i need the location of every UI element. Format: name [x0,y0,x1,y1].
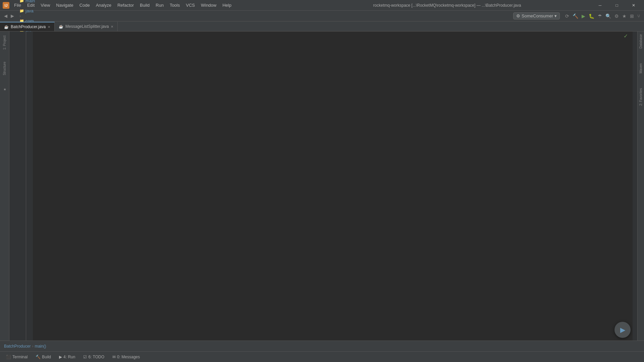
line-numbers [9,32,26,341]
sidebar-structure-icon[interactable]: Structure [1,60,8,77]
left-sidebar: 1: Project Structure ★ [0,32,9,341]
tool-icon-2: ▶ [59,355,62,359]
tool-label-0: Terminal [12,355,28,359]
run-config-dropdown-icon: ▾ [554,13,557,18]
window-title: rocketmq-workspace [...\RocketMQ\rocketm… [302,3,592,8]
tabs-bar: ☕BatchProducer.java✕☕MessageListSplitter… [0,21,644,32]
tool-window-4:-run[interactable]: ▶4: Run [56,353,78,361]
tab-0[interactable]: ☕BatchProducer.java✕ [0,22,55,31]
code-container [9,32,637,341]
breadcrumb-sep-icon: › [32,344,33,349]
menu-navigate[interactable]: Navigate [53,2,76,8]
main-layout: 1: Project Structure ★ ✓ ▶ Database Mave… [0,32,644,341]
vcs-icon[interactable]: ⑂ [636,13,641,19]
sidebar-favorites-icon[interactable]: ★ [1,86,8,93]
build-icon[interactable]: 🔨 [571,13,580,19]
nav-back[interactable]: ◀ [3,13,9,19]
breadcrumb-folder-icon-3: 📁 [19,9,24,13]
run-config-icon: ⚙ [516,13,520,18]
title-bar: IJ FileEditViewNavigateCodeAnalyzeRefact… [0,0,644,11]
menu-window[interactable]: Window [198,2,219,8]
tool-window-0:-messages[interactable]: ✉0: Messages [109,353,143,361]
maximize-button[interactable]: □ [609,1,625,10]
breadcrumb-bar: ◀ ▶ 🔶 rocketmq-test › 📁 src › 📁 main › 📁… [0,11,644,21]
app-logo: IJ [3,2,9,9]
tool-icon-4: ✉ [112,355,116,359]
menu-analyze[interactable]: Analyze [93,2,114,8]
tab-close-1[interactable]: ✕ [111,25,113,28]
minimize-button[interactable]: ─ [592,1,608,10]
breadcrumb-sep-4: › [19,13,21,18]
coverage-icon[interactable]: ☂ [596,13,603,19]
breadcrumb-item-java[interactable]: 📁 java [19,8,54,13]
checkmark-icon: ✓ [624,33,628,39]
menu-build[interactable]: Build [137,2,152,8]
toolbar-icons: ⟳ 🔨 ▶ 🐛 ☂ 🔍 ⚙ ★ ⊞ ⑂ [564,13,641,19]
gutter [26,32,33,341]
sidebar-maven-label[interactable]: Maven [639,63,643,73]
tab-icon-0: ☕ [4,25,9,29]
sidebar-project-icon[interactable]: 1: Project [1,34,8,51]
right-sidebar: Database Maven 2: Favorites [637,32,644,341]
tab-close-0[interactable]: ✕ [48,25,50,29]
tab-label-0: BatchProducer.java [11,24,46,29]
scrollbar[interactable] [633,32,637,341]
editor-area[interactable]: ✓ ▶ [9,32,637,341]
debug-icon[interactable]: 🐛 [587,13,596,19]
bottom-bar: BatchProducer › main() [0,341,644,351]
search-icon[interactable]: 🔍 [604,13,612,19]
breadcrumb-item-main[interactable]: 📁 main [19,0,54,3]
tool-window-terminal[interactable]: ⬛Terminal [3,353,31,361]
tab-icon-1: ☕ [59,24,63,29]
menu-refactor[interactable]: Refactor [115,2,137,8]
bookmark-icon[interactable]: ★ [621,13,628,19]
run-config-label: SomeConsumer [522,13,553,18]
bottom-breadcrumb: BatchProducer › main() [4,344,46,349]
window-controls: ─ □ ✕ [592,1,641,10]
tool-icon-3: ☑ [83,355,87,359]
tool-icon-0: ⬛ [6,355,11,359]
bottom-breadcrumb-class[interactable]: BatchProducer [4,344,31,349]
menu-bar: FileEditViewNavigateCodeAnalyzeRefactorB… [11,2,302,8]
tool-label-4: 0: Messages [117,355,140,359]
tool-window-6:-todo[interactable]: ☑6: TODO [80,353,108,361]
menu-run[interactable]: Run [153,2,166,8]
nav-arrows: ◀ ▶ [3,13,15,19]
menu-code[interactable]: Code [77,2,93,8]
sidebar-favorites-right-label[interactable]: 2: Favorites [639,88,643,106]
tab-label-1: MessageListSplitter.java [65,24,109,29]
tool-windows-bar: ⬛Terminal🔨Build▶4: Run☑6: TODO✉0: Messag… [0,351,644,362]
layout-icon[interactable]: ⊞ [629,13,635,19]
tool-label-1: Build [42,355,51,359]
refresh-icon[interactable]: ⟳ [564,13,571,19]
sidebar-database-label[interactable]: Database [639,34,643,49]
breadcrumb-sep-3: › [19,3,21,8]
tool-label-3: 6: TODO [88,355,104,359]
breadcrumb-folder-icon-2: 📁 [19,0,24,3]
nav-forward[interactable]: ▶ [9,13,15,19]
close-button[interactable]: ✕ [626,1,641,10]
run-config-selector[interactable]: ⚙ SomeConsumer ▾ [513,12,560,19]
menu-help[interactable]: Help [220,2,234,8]
floating-run-button[interactable]: ▶ [614,322,631,338]
tool-icon-1: 🔨 [36,355,41,359]
tool-window-build[interactable]: 🔨Build [32,353,54,361]
run-icon[interactable]: ▶ [580,13,587,19]
menu-tools[interactable]: Tools [167,2,182,8]
tool-label-2: 4: Run [63,355,75,359]
settings-icon[interactable]: ⚙ [613,13,620,19]
menu-vcs[interactable]: VCS [183,2,198,8]
code-content[interactable] [33,32,637,341]
tab-1[interactable]: ☕MessageListSplitter.java✕ [55,22,118,31]
bottom-breadcrumb-method[interactable]: main() [35,344,46,349]
